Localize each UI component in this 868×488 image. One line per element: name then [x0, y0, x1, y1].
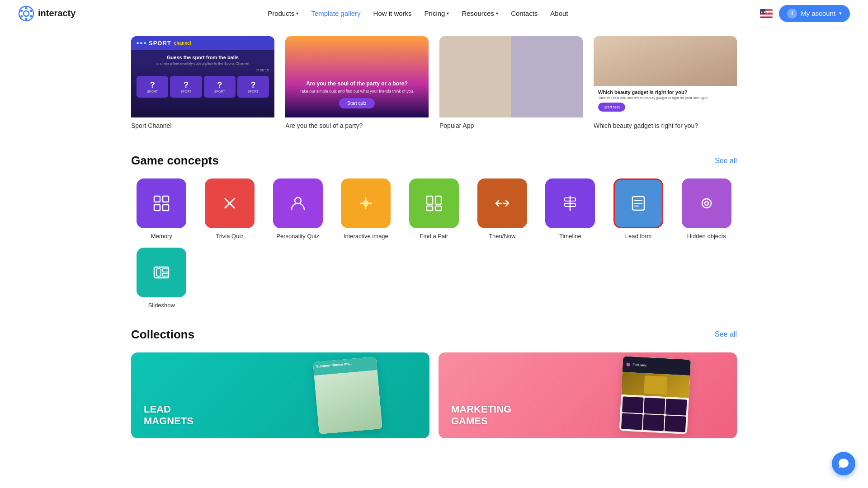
logo-text: interacty: [38, 8, 75, 19]
my-account-button[interactable]: i My account ▾: [779, 5, 850, 22]
collections-title: Collections: [131, 328, 194, 342]
svg-point-3: [30, 9, 32, 12]
beauty-sub: Take this test and see which beauty gadg…: [598, 96, 732, 100]
svg-point-2: [25, 7, 28, 9]
game-icon-thennow: [477, 178, 527, 228]
game-concepts-see-all[interactable]: See all: [715, 157, 737, 165]
svg-rect-27: [427, 206, 433, 211]
nav-links: Products ▾ Template gallery How it works…: [268, 9, 568, 17]
sport-card-4: ? SPORT: [237, 76, 269, 98]
sport-body-title: Guess the sport from the balls: [137, 55, 269, 60]
game-label-leadform: Lead form: [625, 233, 652, 240]
svg-point-6: [20, 15, 23, 17]
language-flag[interactable]: ★★★: [760, 9, 773, 18]
featured-card-sport[interactable]: SPORT channel Guess the sport from the b…: [131, 36, 274, 131]
products-caret: ▾: [296, 11, 298, 16]
collection-lead-magnets[interactable]: LEADMAGNETS Summer fitness ma...: [131, 352, 429, 438]
game-icon-slideshow: [137, 248, 186, 297]
logo[interactable]: interacty: [18, 5, 75, 22]
nav-contacts[interactable]: Contacts: [511, 9, 538, 17]
party-start-button[interactable]: Start quiz: [339, 98, 374, 108]
nav-template-gallery[interactable]: Template gallery: [311, 9, 360, 17]
pricing-caret: ▾: [447, 11, 449, 16]
game-label-memory: Memory: [151, 233, 172, 240]
svg-point-7: [20, 9, 23, 12]
svg-text:★★★: ★★★: [760, 10, 769, 14]
beauty-start-button[interactable]: Start test: [598, 103, 625, 112]
svg-rect-41: [162, 273, 168, 276]
game-item-timeline[interactable]: Timeline: [540, 178, 601, 240]
sport-card-1: ? SPORT: [137, 76, 168, 98]
sport-card-2: ? SPORT: [170, 76, 202, 98]
svg-rect-39: [156, 269, 161, 276]
game-item-memory[interactable]: Memory: [131, 178, 192, 240]
game-icon-timeline: [545, 178, 595, 228]
svg-point-36: [702, 199, 711, 208]
lead-magnets-deco: Summer fitness ma...: [265, 352, 429, 438]
game-icon-hidden: [682, 178, 731, 228]
svg-rect-14: [760, 16, 773, 17]
beauty-card-label: Which beauty gadget is right for you?: [594, 117, 737, 131]
featured-card-popular[interactable]: Popular App: [439, 36, 583, 131]
svg-rect-40: [162, 269, 168, 272]
game-item-personality[interactable]: Personality Quiz: [267, 178, 328, 240]
main-nav: interacty Products ▾ Template gallery Ho…: [0, 0, 868, 27]
game-label-personality: Personality Quiz: [276, 233, 319, 240]
account-caret: ▾: [839, 10, 842, 16]
game-label-hidden: Hidden objects: [687, 233, 726, 240]
game-icon-memory: [137, 178, 186, 228]
game-label-timeline: Timeline: [559, 233, 581, 240]
game-item-slideshow[interactable]: Slideshow: [131, 248, 192, 310]
resources-caret: ▾: [496, 11, 498, 16]
lead-magnets-label: LEADMAGNETS: [144, 404, 193, 427]
nav-how-it-works[interactable]: How it works: [373, 9, 412, 17]
party-sub: Take our simple quiz and find out what y…: [300, 89, 415, 94]
game-icon-personality: [273, 178, 323, 228]
game-icon-findpair: [409, 178, 459, 228]
collections-section: Collections See all LEADMAGNETS Summer f…: [131, 319, 737, 447]
svg-rect-19: [154, 205, 160, 211]
game-label-findpair: Find a Pair: [420, 233, 448, 240]
game-item-leadform[interactable]: Lead form: [608, 178, 669, 240]
featured-row: SPORT channel Guess the sport from the b…: [131, 27, 737, 145]
collection-marketing-games[interactable]: MARKETINGGAMES Find pairs: [439, 352, 737, 438]
nav-resources[interactable]: Resources ▾: [462, 9, 498, 17]
sport-channel-label: SPORT: [149, 40, 171, 47]
svg-rect-13: [760, 15, 773, 16]
svg-rect-18: [163, 196, 169, 202]
party-card-label: Are you the soul of a party?: [285, 117, 429, 131]
sport-card-label: Sport Channel: [131, 117, 274, 131]
game-label-thennow: Then/Now: [489, 233, 515, 240]
party-title: Are you the soul of the party or a bore?: [300, 80, 415, 87]
collections-see-all[interactable]: See all: [715, 330, 737, 338]
game-item-hidden[interactable]: Hidden objects: [676, 178, 737, 240]
sport-body-sub: and win a free monthly subscription to t…: [137, 61, 269, 66]
marketing-games-label: MARKETINGGAMES: [451, 404, 511, 427]
sport-timer: ⏱ 00:15: [137, 68, 269, 72]
nav-right: ★★★ i My account ▾: [760, 5, 850, 22]
game-icon-leadform: [613, 178, 663, 228]
svg-rect-17: [154, 196, 160, 202]
game-icon-interactive: [341, 178, 391, 228]
nav-about[interactable]: About: [550, 9, 568, 17]
page-content: SPORT channel Guess the sport from the b…: [113, 27, 755, 447]
nav-pricing[interactable]: Pricing ▾: [425, 9, 449, 17]
game-item-trivia[interactable]: Trivia Quiz: [199, 178, 260, 240]
game-label-trivia: Trivia Quiz: [216, 233, 244, 240]
game-item-findpair[interactable]: Find a Pair: [404, 178, 465, 240]
game-grid: Memory Trivia Quiz: [131, 178, 737, 310]
collections-grid: LEADMAGNETS Summer fitness ma... MARKETI…: [131, 352, 737, 438]
game-item-interactive[interactable]: Interactive image: [335, 178, 396, 240]
svg-rect-25: [427, 196, 433, 204]
svg-point-37: [705, 202, 708, 205]
svg-point-1: [24, 11, 29, 16]
featured-card-party[interactable]: Are you the soul of the party or a bore?…: [285, 36, 429, 131]
svg-rect-26: [435, 196, 441, 204]
game-item-thennow[interactable]: Then/Now: [472, 178, 533, 240]
nav-products[interactable]: Products ▾: [268, 9, 298, 17]
svg-point-5: [25, 18, 28, 20]
sport-card-3: ? SPORT: [204, 76, 236, 98]
game-label-interactive: Interactive image: [344, 233, 388, 240]
svg-point-4: [30, 15, 32, 17]
featured-card-beauty[interactable]: Which beauty gadget is right for you? Ta…: [594, 36, 737, 131]
